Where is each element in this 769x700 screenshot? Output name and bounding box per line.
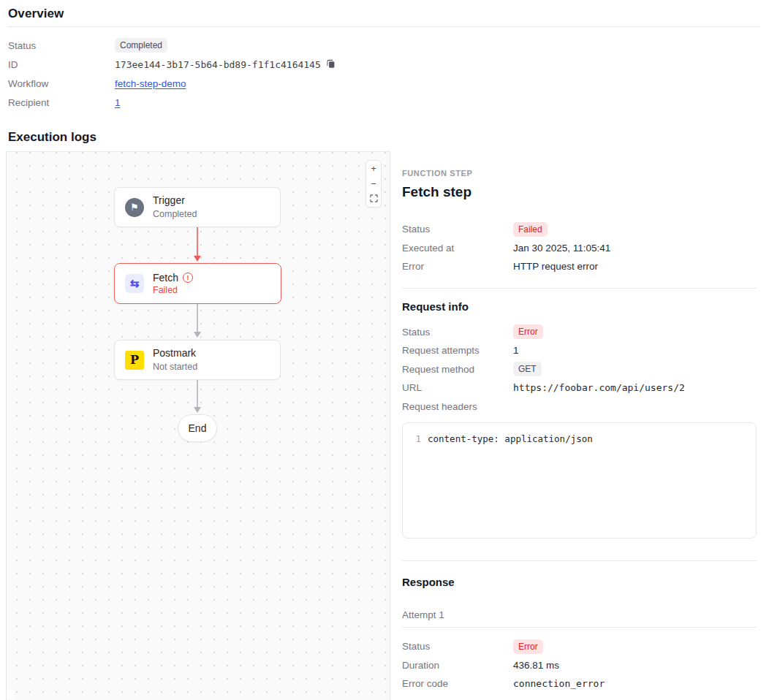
overview-title: Overview [8, 7, 760, 21]
request-headers-row: Request headers [402, 397, 757, 416]
response-title: Response [402, 576, 757, 588]
id-label: ID [8, 59, 115, 70]
recipient-link[interactable]: 1 [115, 97, 121, 108]
request-info-title: Request info [402, 300, 757, 313]
workflow-label: Workflow [8, 78, 115, 89]
request-headers-label: Request headers [402, 401, 513, 412]
error-alert-icon: ! [183, 273, 193, 283]
overview-recipient-row: Recipient 1 [8, 93, 760, 112]
zoom-in-button[interactable]: + [366, 161, 381, 176]
request-url-label: URL [402, 382, 513, 393]
request-headers-code-block: 1 content-type: application/json [402, 422, 757, 539]
request-url-value: https://foobar.com/api/users/2 [513, 382, 757, 393]
step-type-label: FUNCTION STEP [402, 169, 757, 178]
step-status-row: Status Failed [402, 220, 757, 239]
node-trigger[interactable]: ⚑ Trigger Completed [114, 187, 281, 227]
executed-at-value: Jan 30 2025, 11:05:41 [513, 243, 757, 254]
status-badge: Completed [115, 38, 167, 53]
request-status-label: Status [402, 327, 513, 338]
step-status-label: Status [402, 224, 513, 235]
run-id-value: 173ee144-3b17-5b64-bd89-f1f1c4164145 [115, 59, 321, 70]
execution-logs-panel: ⚑ Trigger Completed ⇆ Fetch ! Failed P [6, 151, 769, 700]
fetch-swap-arrows-icon: ⇆ [125, 274, 144, 293]
overview-section: Overview Status Completed ID 173ee144-3b… [0, 0, 769, 112]
response-error-code-row: Error code connection_error [402, 674, 757, 693]
zoom-out-button[interactable]: − [366, 176, 381, 191]
request-method-label: Request method [402, 364, 513, 375]
node-fetch-status: Failed [153, 284, 193, 296]
executed-at-row: Executed at Jan 30 2025, 11:05:41 [402, 239, 757, 258]
copy-id-button[interactable] [326, 58, 336, 71]
postmark-logo-icon: P [125, 351, 144, 370]
response-error-code-label: Error code [402, 678, 513, 689]
code-line: 1 content-type: application/json [403, 433, 756, 445]
response-status-label: Status [402, 641, 513, 652]
workflow-link[interactable]: fetch-step-demo [115, 78, 186, 89]
request-method-row: Request method GET [402, 360, 757, 379]
fit-view-button[interactable] [366, 191, 381, 207]
request-attempts-row: Request attempts 1 [402, 341, 757, 360]
request-status-badge: Error [513, 324, 543, 339]
response-error-code-value: connection_error [513, 678, 757, 689]
response-status-row: Status Error [402, 637, 757, 656]
request-attempts-value: 1 [513, 345, 757, 356]
step-error-value: HTTP request error [513, 261, 757, 272]
request-info-rows: Status Error Request attempts 1 Request … [402, 323, 757, 416]
workflow-canvas[interactable]: ⚑ Trigger Completed ⇆ Fetch ! Failed P [6, 151, 390, 700]
execution-logs-title: Execution logs [8, 130, 760, 145]
step-summary-rows: Status Failed Executed at Jan 30 2025, 1… [402, 220, 757, 276]
step-error-row: Error HTTP request error [402, 257, 757, 276]
fit-view-icon [370, 194, 378, 205]
trigger-flag-icon: ⚑ [125, 198, 144, 217]
canvas-zoom-controls: + − [365, 160, 382, 208]
request-method-badge: GET [513, 362, 542, 376]
step-error-label: Error [402, 261, 513, 272]
step-title: Fetch step [402, 184, 757, 200]
workflow-run-detail-page: Overview Status Completed ID 173ee144-3b… [0, 0, 769, 700]
response-rows: Status Error Duration 436.81 ms Error co… [402, 637, 757, 693]
request-url-row: URL https://foobar.com/api/users/2 [402, 378, 757, 397]
response-duration-label: Duration [402, 660, 513, 671]
response-status-badge: Error [513, 639, 543, 654]
copy-icon [326, 58, 336, 71]
node-postmark[interactable]: P Postmark Not started [114, 340, 281, 380]
node-end-label: End [189, 422, 207, 434]
executed-at-label: Executed at [402, 243, 513, 254]
recipient-label: Recipient [8, 97, 115, 108]
step-details-panel: FUNCTION STEP Fetch step Status Failed E… [390, 151, 769, 700]
section-divider [402, 288, 757, 289]
overview-id-row: ID 173ee144-3b17-5b64-bd89-f1f1c4164145 [8, 55, 760, 74]
request-attempts-label: Request attempts [402, 345, 513, 356]
canvas-attribution-mask [7, 690, 14, 699]
node-postmark-status: Not started [153, 362, 197, 372]
response-attempt-label: Attempt 1 [402, 609, 757, 620]
node-postmark-title: Postmark [153, 347, 197, 359]
attempt-divider [402, 627, 757, 628]
node-end[interactable]: End [178, 414, 217, 442]
node-fetch-title: Fetch ! [153, 272, 193, 284]
node-trigger-status: Completed [153, 209, 197, 219]
minus-icon: − [371, 178, 376, 189]
section-divider [402, 560, 757, 561]
overview-status-row: Status Completed [8, 36, 760, 55]
node-trigger-title: Trigger [153, 194, 197, 207]
response-duration-value: 436.81 ms [513, 660, 757, 671]
code-line-number: 1 [403, 433, 428, 445]
overview-workflow-row: Workflow fetch-step-demo [8, 74, 760, 93]
step-status-badge: Failed [513, 222, 548, 237]
response-duration-row: Duration 436.81 ms [402, 656, 757, 675]
request-status-row: Status Error [402, 323, 757, 342]
code-line-content: content-type: application/json [428, 433, 593, 445]
status-label: Status [8, 40, 115, 51]
plus-icon: + [371, 163, 376, 174]
node-fetch[interactable]: ⇆ Fetch ! Failed [114, 263, 281, 304]
overview-rows: Status Completed ID 173ee144-3b17-5b64-b… [8, 27, 760, 112]
